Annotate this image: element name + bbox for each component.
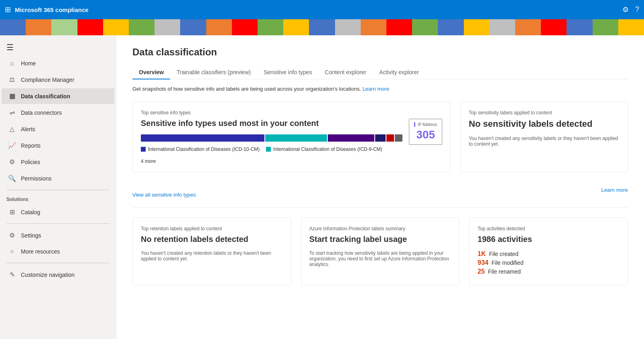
sensitivity-labels-card-label: Top sensitivity labels applied to conten… <box>469 110 620 116</box>
ip-address-badge: IP Address 305 <box>409 119 442 145</box>
bar-segment-6 <box>395 134 402 142</box>
top-bar: ⊞ Microsoft 365 compliance ⚙ ? <box>0 0 644 19</box>
learn-more-link[interactable]: Learn more <box>601 187 628 193</box>
hamburger-button[interactable]: ☰ <box>0 35 116 55</box>
sensitivity-labels-card-description: You haven't created any sensitivity labe… <box>469 136 620 147</box>
description-learn-more-link[interactable]: Learn more <box>362 86 389 92</box>
sidebar-item-label: Compliance Manager <box>21 77 74 83</box>
sidebar-item-label: Reports <box>21 142 41 149</box>
sidebar-item-label: Home <box>21 60 36 67</box>
bar-segment-2 <box>265 134 327 142</box>
sidebar-item-data-classification[interactable]: ▦ Data classification <box>2 88 114 104</box>
settings-icon[interactable]: ⚙ <box>622 5 629 14</box>
activity-count-1: 1K <box>477 250 486 258</box>
sidebar-item-home[interactable]: ⌂ Home <box>2 56 114 71</box>
tabs-bar: Overview Trainable classifiers (preview)… <box>132 66 628 79</box>
settings-sidebar-icon: ⚙ <box>8 231 16 239</box>
sensitive-info-card-label: Top sensitive info types <box>141 110 442 116</box>
bottom-cards-row: Top retention labels applied to content … <box>132 217 628 285</box>
activity-count-2: 934 <box>477 259 488 266</box>
top-cards-row: Top sensitive info types IP Address 305 … <box>132 101 628 173</box>
help-icon[interactable]: ? <box>635 5 639 14</box>
legend-item-more: 4 more <box>141 158 156 164</box>
sidebar-item-label: Catalog <box>21 209 40 215</box>
lego-banner <box>0 19 644 35</box>
bar-segment-1 <box>141 134 264 142</box>
legend-color-1 <box>141 147 146 152</box>
legend-label-1: International Classification of Diseases… <box>148 146 260 152</box>
bar-segment-5 <box>386 134 394 142</box>
solutions-section-title: Solutions <box>0 193 116 204</box>
sidebar-divider-2 <box>6 223 110 224</box>
permissions-icon: 🔍 <box>8 175 16 182</box>
sensitive-info-card-title: Sensitive info types used most in your c… <box>141 119 352 128</box>
app-title: Microsoft 365 compliance <box>15 6 88 13</box>
sidebar-item-customize-navigation[interactable]: ✎ Customize navigation <box>2 267 114 282</box>
sidebar-item-settings[interactable]: ⚙ Settings <box>2 227 114 243</box>
main-inner: Data classification Overview Trainable c… <box>116 35 644 296</box>
activity-label-2: File modified <box>492 260 523 266</box>
data-classification-icon: ▦ <box>8 92 16 100</box>
chart-legend: International Classification of Diseases… <box>141 146 402 164</box>
sidebar-item-reports[interactable]: 📈 Reports <box>2 138 114 153</box>
activities-card-label: Top activities detected <box>477 226 620 231</box>
activity-label-1: File created <box>489 251 518 257</box>
sensitive-info-card: Top sensitive info types IP Address 305 … <box>132 101 451 173</box>
sidebar-item-more-resources[interactable]: ○ More resources <box>2 244 114 259</box>
customize-icon: ✎ <box>8 271 16 278</box>
azure-labels-card-label: Azure Information Protection labels summ… <box>309 226 451 231</box>
top-bar-icons: ⚙ ? <box>622 5 639 14</box>
reports-icon: 📈 <box>8 142 16 149</box>
sidebar-item-policies[interactable]: ⚙ Policies <box>2 154 114 170</box>
legend-label-2: International Classification of Diseases… <box>273 146 382 152</box>
tab-content-explorer[interactable]: Content explorer <box>319 66 373 79</box>
policies-icon: ⚙ <box>8 158 16 166</box>
ip-badge-label: IP Address <box>414 122 437 127</box>
sidebar-item-label: Settings <box>21 232 41 239</box>
home-icon: ⌂ <box>8 60 16 67</box>
sidebar-item-label: Policies <box>21 159 40 165</box>
tab-sensitive-info-types[interactable]: Sensitive info types <box>257 66 319 79</box>
sidebar-item-catalog[interactable]: ⊞ Catalog <box>2 204 114 220</box>
sensitive-info-bar-chart <box>141 134 402 142</box>
tab-overview[interactable]: Overview <box>132 66 170 79</box>
sidebar-item-alerts[interactable]: △ Alerts <box>2 121 114 137</box>
ip-badge-number: 305 <box>416 128 435 141</box>
tab-trainable-classifiers[interactable]: Trainable classifiers (preview) <box>170 66 257 79</box>
layout: ☰ ⌂ Home ⚖ Compliance Manager ▦ Data cla… <box>0 35 644 339</box>
activities-card-title: 1986 activities <box>477 235 620 244</box>
activity-row-2: 934 File modified <box>477 259 620 266</box>
sidebar-item-permissions[interactable]: 🔍 Permissions <box>2 171 114 186</box>
activity-row-3: 25 File renamed <box>477 268 620 275</box>
bar-segment-3 <box>328 134 374 142</box>
app-grid-icon[interactable]: ⊞ <box>5 5 11 14</box>
view-all-sensitive-link[interactable]: View all sensitive info types <box>132 192 196 198</box>
more-resources-icon: ○ <box>8 248 16 255</box>
tab-activity-explorer[interactable]: Activity explorer <box>373 66 425 79</box>
sensitivity-labels-card-title: No sensitivity labels detected <box>469 119 620 129</box>
activity-label-3: File renamed <box>488 268 521 275</box>
sidebar-item-label: Customize navigation <box>21 272 75 278</box>
sidebar-item-label: Alerts <box>21 126 35 132</box>
connectors-icon: ⇌ <box>8 109 16 116</box>
alerts-icon: △ <box>8 125 16 133</box>
activity-row-1: 1K File created <box>477 250 620 258</box>
retention-labels-card: Top retention labels applied to content … <box>132 217 291 285</box>
activities-list: 1K File created 934 File modified 25 Fil… <box>477 250 620 275</box>
main-content: Data classification Overview Trainable c… <box>116 35 644 339</box>
legend-item-1: International Classification of Diseases… <box>141 146 260 152</box>
section-divider <box>132 207 628 208</box>
retention-labels-card-label: Top retention labels applied to content <box>141 226 283 231</box>
sidebar-item-label: Data connectors <box>21 110 62 116</box>
legend-more-label: 4 more <box>141 158 156 164</box>
activity-count-3: 25 <box>477 268 485 275</box>
retention-labels-card-title: No retention labels detected <box>141 235 283 244</box>
bar-segment-4 <box>375 134 386 142</box>
sidebar-item-data-connectors[interactable]: ⇌ Data connectors <box>2 105 114 120</box>
sidebar-item-label: Data classification <box>21 93 70 99</box>
activities-card: Top activities detected 1986 activities … <box>469 217 628 285</box>
azure-labels-card-description: To start tracking how sensitivity labels… <box>309 250 451 267</box>
legend-color-2 <box>266 147 271 152</box>
azure-labels-card: Azure Information Protection labels summ… <box>301 217 460 285</box>
sidebar-item-compliance-manager[interactable]: ⚖ Compliance Manager <box>2 72 114 87</box>
